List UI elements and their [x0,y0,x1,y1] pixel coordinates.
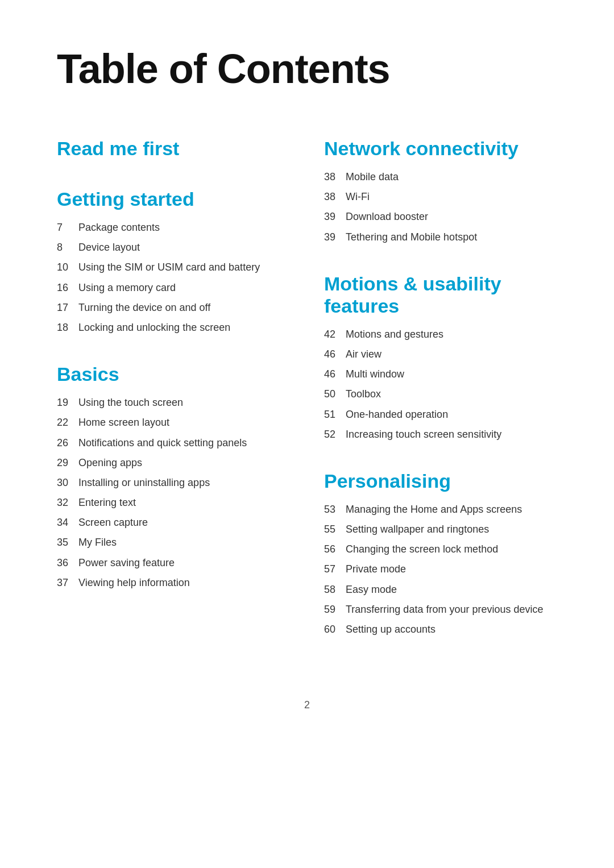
toc-entry-text: Viewing help information [78,576,290,590]
toc-entry-text: Increasing touch screen sensitivity [346,427,557,442]
page-num: 38 [324,190,346,204]
table-row: 30Installing or uninstalling apps [57,476,290,490]
toc-entry-text: Multi window [346,367,557,381]
page-title: Table of Contents [57,45,557,92]
table-row: 37Viewing help information [57,576,290,590]
table-row: 10Using the SIM or USIM card and battery [57,260,290,275]
toc-entry-text: Setting wallpaper and ringtones [346,522,557,537]
toc-entry-text: Transferring data from your previous dev… [346,603,557,617]
toc-entry-text: Changing the screen lock method [346,542,557,556]
table-row: 51One-handed operation [324,408,557,422]
toc-list: 53Managing the Home and Apps screens55Se… [324,502,557,637]
page-num: 39 [324,210,346,224]
page-num: 34 [57,516,78,530]
page-num: 32 [57,496,78,510]
page-num: 7 [57,221,78,235]
page-num: 30 [57,476,78,490]
toc-entry-text: Installing or uninstalling apps [78,476,290,490]
table-row: 46Multi window [324,367,557,381]
toc-entry-text: Setting up accounts [346,622,557,637]
table-row: 53Managing the Home and Apps screens [324,502,557,517]
page-num: 53 [324,502,346,517]
page-num: 52 [324,427,346,442]
toc-entry-text: Screen capture [78,516,290,530]
section-read-me-first: Read me first [57,138,290,160]
toc-entry-text: Managing the Home and Apps screens [346,502,557,517]
toc-entry-text: Air view [346,347,557,362]
toc-entry-text: Using a memory card [78,281,290,295]
table-row: 38Wi-Fi [324,190,557,204]
page-num: 36 [57,556,78,570]
page-num: 55 [324,522,346,537]
page-num: 17 [57,301,78,315]
table-row: 46Air view [324,347,557,362]
table-row: 60Setting up accounts [324,622,557,637]
page-num: 19 [57,396,78,410]
table-row: 56Changing the screen lock method [324,542,557,556]
toc-entry-text: Power saving feature [78,556,290,570]
page-num: 35 [57,535,78,550]
table-row: 35My Files [57,535,290,550]
section-title: Personalising [324,470,557,492]
toc-entry-text: Toolbox [346,387,557,401]
table-row: 58Easy mode [324,583,557,597]
page-num: 26 [57,436,78,450]
table-row: 29Opening apps [57,456,290,470]
table-row: 17Turning the device on and off [57,301,290,315]
left-column: Read me firstGetting started7Package con… [57,138,290,665]
table-row: 18Locking and unlocking the screen [57,321,290,335]
section-title: Network connectivity [324,138,557,160]
table-row: 55Setting wallpaper and ringtones [324,522,557,537]
toc-entry-text: Opening apps [78,456,290,470]
toc-entry-text: Using the touch screen [78,396,290,410]
page-num: 29 [57,456,78,470]
table-row: 7Package contents [57,221,290,235]
table-row: 39Tethering and Mobile hotspot [324,230,557,244]
page-num: 8 [57,240,78,255]
page-num: 38 [324,170,346,184]
section-motions--usability-features: Motions & usability features42Motions an… [324,273,557,442]
table-row: 26Notifications and quick setting panels [57,436,290,450]
toc-entry-text: Easy mode [346,583,557,597]
section-title: Read me first [57,138,290,160]
page-num: 22 [57,416,78,430]
table-row: 8Device layout [57,240,290,255]
table-row: 22Home screen layout [57,416,290,430]
page-num: 42 [324,327,346,342]
table-row: 50Toolbox [324,387,557,401]
toc-entry-text: Private mode [346,562,557,576]
table-of-contents: Read me firstGetting started7Package con… [57,138,557,665]
table-row: 59Transferring data from your previous d… [324,603,557,617]
section-personalising: Personalising53Managing the Home and App… [324,470,557,637]
page-num: 18 [57,321,78,335]
toc-entry-text: Device layout [78,240,290,255]
toc-list: 42Motions and gestures46Air view46Multi … [324,327,557,442]
table-row: 19Using the touch screen [57,396,290,410]
toc-entry-text: Notifications and quick setting panels [78,436,290,450]
page-num: 58 [324,583,346,597]
toc-entry-text: Turning the device on and off [78,301,290,315]
section-title: Basics [57,363,290,385]
page-num: 10 [57,260,78,275]
toc-entry-text: Entering text [78,496,290,510]
table-row: 42Motions and gestures [324,327,557,342]
page-num: 51 [324,408,346,422]
page-num: 57 [324,562,346,576]
section-basics: Basics19Using the touch screen22Home scr… [57,363,290,590]
page-num: 16 [57,281,78,295]
right-column: Network connectivity38Mobile data38Wi-Fi… [324,138,557,665]
toc-entry-text: Tethering and Mobile hotspot [346,230,557,244]
table-row: 32Entering text [57,496,290,510]
toc-entry-text: Mobile data [346,170,557,184]
toc-entry-text: Motions and gestures [346,327,557,342]
section-network-connectivity: Network connectivity38Mobile data38Wi-Fi… [324,138,557,244]
page-num: 59 [324,603,346,617]
toc-entry-text: Using the SIM or USIM card and battery [78,260,290,275]
table-row: 34Screen capture [57,516,290,530]
page-number: 2 [57,699,557,711]
toc-entry-text: Home screen layout [78,416,290,430]
toc-list: 38Mobile data38Wi-Fi39Download booster39… [324,170,557,244]
page-num: 46 [324,347,346,362]
toc-list: 19Using the touch screen22Home screen la… [57,396,290,590]
page-num: 50 [324,387,346,401]
